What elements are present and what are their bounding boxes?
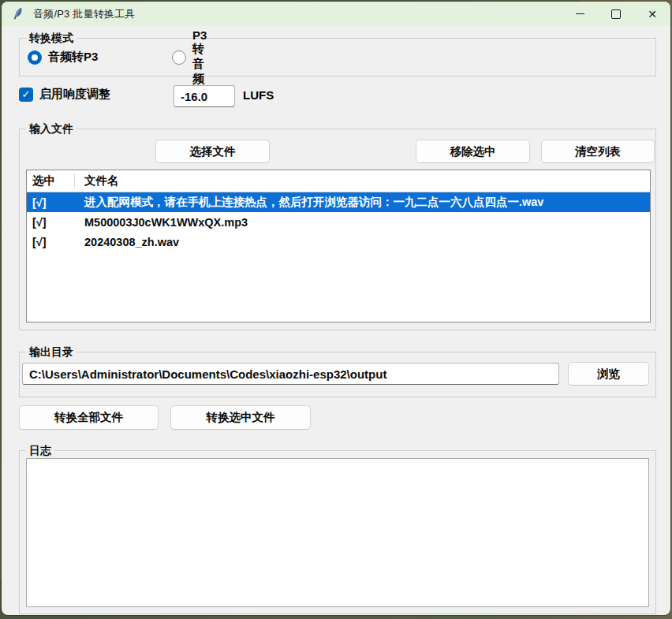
log-textarea[interactable]: [26, 458, 649, 607]
clear-list-button[interactable]: 清空列表: [541, 140, 655, 163]
loudness-checkbox[interactable]: ✓ 启用响度调整: [19, 87, 110, 102]
convert-selected-button[interactable]: 转换选中文件: [170, 405, 311, 430]
feather-app-icon: [12, 7, 25, 21]
radio-unselected-icon: [172, 50, 186, 65]
maximize-button[interactable]: [598, 2, 634, 26]
window-title: 音频/P3 批量转换工具: [33, 7, 136, 21]
file-list-table[interactable]: 选中 文件名 [√]进入配网模式，请在手机上连接热点，然后打开浏览器访问：一九二…: [26, 170, 651, 323]
close-icon: ✕: [648, 9, 657, 20]
column-divider: [74, 173, 75, 188]
output-directory-group-label: 输出目录: [26, 345, 77, 359]
minimize-icon: [576, 13, 584, 14]
output-directory-group: 输出目录 浏览: [19, 352, 656, 397]
row-checked-mark: [√]: [27, 196, 79, 209]
row-filename: 进入配网模式，请在手机上连接热点，然后打开浏览器访问：一九二点一六八点四点一.w…: [79, 195, 650, 210]
lufs-unit-label: LUFS: [243, 88, 274, 102]
file-list-body: [√]进入配网模式，请在手机上连接热点，然后打开浏览器访问：一九二点一六八点四点…: [27, 192, 650, 252]
row-filename: M500003J0cWK1WWxQX.mp3: [79, 216, 650, 229]
conversion-mode-group-label: 转换模式: [26, 31, 77, 45]
checkbox-checked-icon: ✓: [19, 88, 33, 102]
window-controls: ✕: [562, 2, 670, 26]
conversion-mode-group: 转换模式 音频转P3 P3转音频: [19, 38, 656, 76]
remove-selected-button[interactable]: 移除选中: [416, 140, 530, 163]
column-header-checked[interactable]: 选中: [27, 173, 79, 188]
table-row[interactable]: [√]20240308_zh.wav: [27, 232, 650, 252]
loudness-row: ✓ 启用响度调整 LUFS: [19, 85, 655, 109]
mode-radio-row: 音频转P3 P3转音频: [28, 50, 106, 65]
radio-p3-to-audio[interactable]: P3转音频: [172, 28, 207, 87]
convert-all-button[interactable]: 转换全部文件: [19, 405, 159, 430]
close-button[interactable]: ✕: [634, 2, 670, 26]
row-checked-mark: [√]: [27, 236, 79, 248]
app-window: 音频/P3 批量转换工具 ✕ 转换模式 音频转P3: [2, 2, 670, 615]
radio-selected-icon: [28, 50, 42, 65]
input-files-group-label: 输入文件: [26, 121, 77, 136]
title-bar[interactable]: 音频/P3 批量转换工具 ✕: [2, 2, 670, 26]
file-list-header[interactable]: 选中 文件名: [27, 170, 650, 192]
lufs-value-input[interactable]: [174, 85, 235, 107]
row-filename: 20240308_zh.wav: [79, 236, 650, 248]
column-header-filename[interactable]: 文件名: [79, 173, 650, 188]
table-row[interactable]: [√]进入配网模式，请在手机上连接热点，然后打开浏览器访问：一九二点一六八点四点…: [27, 192, 650, 212]
radio-p3-to-audio-label: P3转音频: [192, 28, 207, 87]
log-group: 日志: [19, 450, 656, 614]
browse-button[interactable]: 浏览: [568, 362, 649, 386]
output-path-input[interactable]: [22, 363, 559, 385]
table-row[interactable]: [√]M500003J0cWK1WWxQX.mp3: [27, 212, 650, 232]
minimize-button[interactable]: [562, 2, 598, 26]
maximize-icon: [611, 9, 621, 19]
radio-audio-to-p3[interactable]: 音频转P3: [28, 50, 98, 65]
row-checked-mark: [√]: [27, 216, 79, 229]
input-files-group: 输入文件 选择文件 移除选中 清空列表 选中 文件名 [√]进入配网模式，请在手…: [19, 129, 656, 330]
select-files-button[interactable]: 选择文件: [155, 140, 270, 163]
radio-audio-to-p3-label: 音频转P3: [48, 50, 98, 65]
loudness-checkbox-label: 启用响度调整: [39, 87, 110, 102]
log-group-label: 日志: [26, 443, 54, 457]
desktop-background: 音频/P3 批量转换工具 ✕ 转换模式 音频转P3: [0, 0, 672, 619]
